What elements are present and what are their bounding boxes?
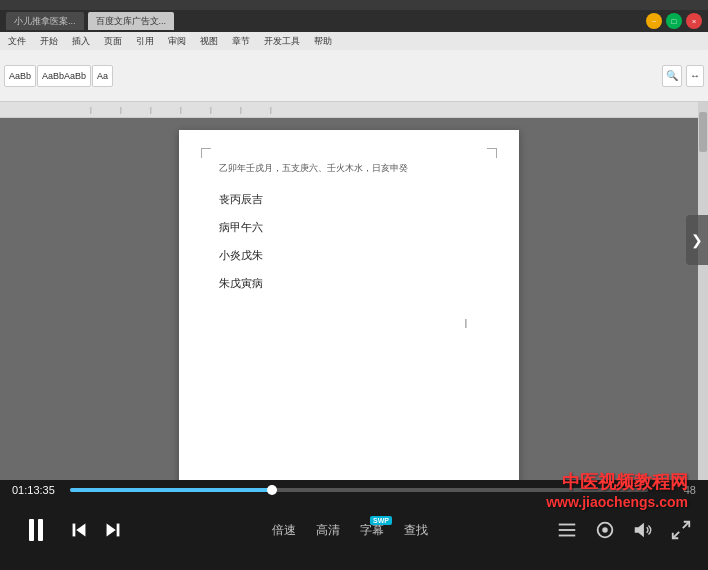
fullscreen-icon (670, 519, 692, 541)
search-label: 查找 (404, 522, 428, 539)
progress-container: 01:13:35 48 (0, 480, 708, 500)
total-time: 48 (656, 484, 696, 496)
menu-view[interactable]: 视图 (196, 34, 222, 49)
svg-marker-2 (107, 524, 116, 537)
loop-button[interactable] (594, 519, 616, 541)
close-button[interactable]: × (686, 13, 702, 29)
speed-button[interactable]: 倍速 (272, 522, 296, 539)
fullscreen-button[interactable] (670, 519, 692, 541)
wps-scrollbar[interactable] (698, 102, 708, 480)
quality-button[interactable]: 高清 (316, 522, 340, 539)
pause-button[interactable] (16, 510, 56, 550)
wps-titlebar: 小儿推拿医案... 百度文库广告文... － □ × (0, 10, 708, 32)
wps-ruler: | | | | | | | (0, 102, 698, 118)
player-controls: 01:13:35 48 (0, 480, 708, 570)
corner-tl (201, 148, 211, 158)
svg-line-10 (683, 522, 689, 528)
quality-label: 高清 (316, 522, 340, 539)
playback-controls (16, 510, 124, 550)
progress-handle[interactable] (267, 485, 277, 495)
minimize-button[interactable]: － (646, 13, 662, 29)
menu-review[interactable]: 审阅 (164, 34, 190, 49)
svg-rect-4 (559, 524, 576, 526)
svg-point-8 (603, 528, 607, 532)
menu-ref[interactable]: 引用 (132, 34, 158, 49)
style-btn-3[interactable]: Aa (92, 65, 113, 87)
doc-line-1: 丧丙辰吉 (219, 190, 479, 210)
ribbon-styles: AaBb AaBbAaBb Aa (4, 65, 113, 87)
menu-dev[interactable]: 开发工具 (260, 34, 304, 49)
next-arrow[interactable]: ❯ (686, 215, 708, 265)
video-container: 小儿推拿医案... 百度文库广告文... － □ × 文件 开始 插入 页面 (0, 0, 708, 570)
wps-inner: | | | | | | | 乙卯年壬戌 (0, 102, 698, 480)
volume-button[interactable] (632, 519, 654, 541)
list-icon (556, 519, 578, 541)
doc-page: 乙卯年壬戌月，五支庚六、壬火木水，日亥申癸 丧丙辰吉 病甲午六 小炎戊朱 朱戊寅… (179, 130, 519, 480)
feature-buttons: 倍速 高清 SWP 字幕 查找 (144, 522, 556, 539)
right-controls (556, 519, 692, 541)
speed-label: 倍速 (272, 522, 296, 539)
wps-tab-1[interactable]: 小儿推拿医案... (6, 12, 84, 30)
doc-line-2: 病甲午六 (219, 218, 479, 238)
svg-rect-5 (559, 529, 576, 531)
menu-chapter[interactable]: 章节 (228, 34, 254, 49)
doc-area: 小儿推拿医案... 百度文库广告文... － □ × 文件 开始 插入 页面 (0, 0, 708, 480)
svg-marker-0 (76, 524, 85, 537)
wps-window: 小儿推拿医案... 百度文库广告文... － □ × 文件 开始 插入 页面 (0, 10, 708, 480)
current-time: 01:13:35 (12, 484, 62, 496)
doc-content: 乙卯年壬戌月，五支庚六、壬火木水，日亥申癸 丧丙辰吉 病甲午六 小炎戊朱 朱戊寅… (219, 160, 479, 293)
ribbon-find-btn[interactable]: 🔍 (662, 65, 682, 87)
doc-line-3: 小炎戊朱 (219, 246, 479, 266)
controls-row: 倍速 高清 SWP 字幕 查找 (0, 500, 708, 560)
wps-ribbon: AaBb AaBbAaBb Aa 🔍 ↔ (0, 50, 708, 102)
pause-icon (29, 519, 43, 541)
wps-menubar: 文件 开始 插入 页面 引用 审阅 视图 章节 开发工具 帮助 (0, 32, 708, 50)
doc-header: 乙卯年壬戌月，五支庚六、壬火木水，日亥申癸 (219, 160, 479, 176)
skip-forward-button[interactable] (102, 519, 124, 541)
skip-back-button[interactable] (68, 519, 90, 541)
loop-icon (594, 519, 616, 541)
svg-rect-6 (559, 535, 576, 537)
wps-window-controls: － □ × (646, 13, 702, 29)
menu-file[interactable]: 文件 (4, 34, 30, 49)
skip-forward-icon (102, 519, 124, 541)
style-btn-1[interactable]: AaBb (4, 65, 36, 87)
captions-badge: SWP (370, 516, 392, 525)
svg-rect-3 (117, 524, 120, 537)
menu-page[interactable]: 页面 (100, 34, 126, 49)
wps-tab-2[interactable]: 百度文库广告文... (88, 12, 175, 30)
wps-tabs: 小儿推拿医案... 百度文库广告文... (6, 12, 174, 30)
volume-icon (632, 519, 654, 541)
skip-back-icon (68, 519, 90, 541)
captions-button-wrapper[interactable]: SWP 字幕 (360, 522, 384, 539)
svg-marker-9 (635, 523, 644, 538)
wps-main-area: | | | | | | | 乙卯年壬戌 (0, 102, 708, 480)
doc-line-4: 朱戊寅病 (219, 274, 479, 294)
style-btn-2[interactable]: AaBbAaBb (37, 65, 91, 87)
menu-insert[interactable]: 插入 (68, 34, 94, 49)
pause-bar-2 (38, 519, 43, 541)
svg-rect-1 (73, 524, 76, 537)
maximize-button[interactable]: □ (666, 13, 682, 29)
playlist-button[interactable] (556, 519, 578, 541)
progress-fill (70, 488, 272, 492)
progress-bar[interactable] (70, 488, 648, 492)
menu-help[interactable]: 帮助 (310, 34, 336, 49)
menu-home[interactable]: 开始 (36, 34, 62, 49)
svg-line-11 (673, 532, 679, 538)
search-button[interactable]: 查找 (404, 522, 428, 539)
ribbon-replace-btn[interactable]: ↔ (686, 65, 704, 87)
pause-bar-1 (29, 519, 34, 541)
scrollbar-thumb[interactable] (699, 112, 707, 152)
corner-tr (487, 148, 497, 158)
doc-scroll[interactable]: 乙卯年壬戌月，五支庚六、壬火木水，日亥申癸 丧丙辰吉 病甲午六 小炎戊朱 朱戊寅… (0, 118, 698, 480)
